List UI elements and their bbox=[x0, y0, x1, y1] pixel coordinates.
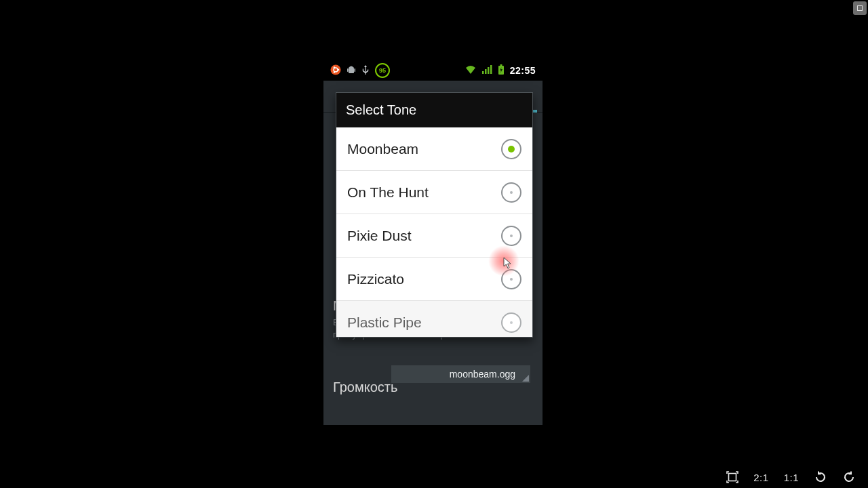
tone-label: On The Hunt bbox=[347, 184, 429, 201]
svg-rect-10 bbox=[488, 67, 490, 74]
svg-rect-8 bbox=[482, 71, 484, 74]
svg-rect-11 bbox=[490, 65, 492, 74]
tone-file-field[interactable]: moonbeam.ogg bbox=[391, 365, 530, 383]
signal-icon bbox=[481, 65, 492, 77]
tone-row-plasticpipe[interactable]: Plastic Pipe bbox=[336, 301, 532, 337]
radio-icon[interactable] bbox=[501, 182, 521, 203]
tone-label: Pixie Dust bbox=[347, 228, 412, 244]
usb-icon bbox=[361, 64, 370, 77]
svg-rect-14 bbox=[729, 474, 736, 481]
status-clock: 22:55 bbox=[510, 65, 536, 76]
tone-file-value: moonbeam.ogg bbox=[450, 369, 515, 380]
rotate-ccw-icon[interactable] bbox=[814, 470, 827, 484]
rotate-cw-icon[interactable] bbox=[842, 470, 856, 484]
desktop-corner-button[interactable] bbox=[853, 1, 867, 15]
svg-point-3 bbox=[334, 66, 336, 68]
dialog-title: Select Tone bbox=[336, 93, 532, 127]
zoom-ratio-2-1[interactable]: 2:1 bbox=[753, 472, 768, 483]
phone-frame: 95 22:55 Предпочтения Мелодия Выберите м… bbox=[323, 60, 542, 425]
radio-icon[interactable] bbox=[501, 226, 521, 246]
svg-rect-5 bbox=[349, 68, 354, 73]
svg-rect-6 bbox=[347, 68, 349, 72]
radio-icon[interactable] bbox=[501, 312, 521, 333]
tone-label: Plastic Pipe bbox=[347, 314, 422, 331]
tone-list[interactable]: Moonbeam On The Hunt Pixie Dust Pizzicat… bbox=[336, 127, 532, 337]
battery-percent-value: 95 bbox=[379, 67, 386, 74]
radio-icon[interactable] bbox=[501, 269, 521, 289]
select-tone-dialog: Select Tone Moonbeam On The Hunt Pixie D… bbox=[336, 92, 533, 338]
svg-point-4 bbox=[334, 71, 336, 73]
radio-icon[interactable] bbox=[501, 139, 521, 159]
ubuntu-icon bbox=[330, 64, 341, 77]
tone-label: Pizzicato bbox=[347, 271, 404, 287]
statusbar: 95 22:55 bbox=[323, 60, 542, 81]
battery-icon bbox=[498, 64, 505, 77]
zoom-ratio-1-1[interactable]: 1:1 bbox=[784, 472, 799, 483]
fullscreen-icon[interactable] bbox=[726, 471, 738, 483]
android-icon bbox=[347, 64, 356, 77]
svg-point-2 bbox=[338, 68, 340, 70]
svg-rect-9 bbox=[485, 69, 487, 74]
tone-row-pixiedust[interactable]: Pixie Dust bbox=[336, 214, 532, 258]
tone-label: Moonbeam bbox=[347, 141, 418, 157]
tone-row-onthehunt[interactable]: On The Hunt bbox=[336, 171, 532, 214]
svg-rect-7 bbox=[354, 68, 355, 72]
svg-rect-13 bbox=[500, 64, 502, 66]
tone-row-moonbeam[interactable]: Moonbeam bbox=[336, 127, 532, 171]
battery-percent-icon: 95 bbox=[375, 63, 390, 78]
wifi-icon bbox=[465, 65, 476, 77]
tone-row-pizzicato[interactable]: Pizzicato bbox=[336, 258, 532, 301]
emulator-bottom-bar: 2:1 1:1 bbox=[0, 466, 868, 488]
